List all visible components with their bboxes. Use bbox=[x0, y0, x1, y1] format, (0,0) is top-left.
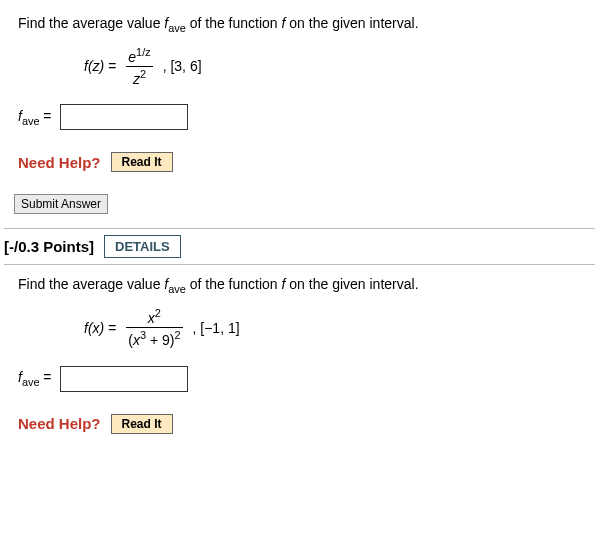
details-button[interactable]: DETAILS bbox=[104, 235, 181, 258]
q2-text: Find the average value bbox=[18, 276, 164, 292]
q2-post: of the function bbox=[186, 276, 282, 292]
q2-den-x: x bbox=[133, 332, 140, 348]
q1-fraction: e1/z z2 bbox=[122, 46, 156, 86]
q2-lhs: f(x) = bbox=[84, 320, 116, 336]
q1-help-row: Need Help? Read It bbox=[18, 152, 595, 172]
q2-prompt: Find the average value fave of the funct… bbox=[18, 275, 595, 297]
q2-help-row: Need Help? Read It bbox=[18, 414, 595, 434]
q1-interval: , [3, 6] bbox=[163, 58, 202, 74]
q2-header: [-/0.3 Points] DETAILS bbox=[4, 229, 595, 265]
points-label: [-/0.3 Points] bbox=[4, 238, 94, 255]
q1-post: of the function bbox=[186, 15, 282, 31]
q2-den-sq: 2 bbox=[174, 329, 180, 341]
need-help-label: Need Help? bbox=[18, 154, 101, 171]
q2-answer-row: fave = bbox=[18, 366, 595, 392]
q2-fraction: x2 (x3 + 9)2 bbox=[122, 307, 186, 347]
q2-answer-input[interactable] bbox=[60, 366, 188, 392]
q2-end: on the given interval. bbox=[285, 276, 418, 292]
q1-answer-label: fave = bbox=[18, 108, 52, 127]
q1-end: on the given interval. bbox=[285, 15, 418, 31]
read-it-button-2[interactable]: Read It bbox=[111, 414, 173, 434]
q1-lhs: f(z) = bbox=[84, 58, 116, 74]
q2-equation: f(x) = x2 (x3 + 9)2 , [−1, 1] bbox=[84, 307, 595, 347]
q1-ave: ave bbox=[168, 22, 186, 34]
q2-answer-label: fave = bbox=[18, 369, 52, 388]
q2-num-exp: 2 bbox=[155, 307, 161, 319]
submit-answer-button[interactable]: Submit Answer bbox=[14, 194, 108, 214]
q1-answer-input[interactable] bbox=[60, 104, 188, 130]
q1-den-base: z bbox=[133, 70, 140, 86]
q2-num-base: x bbox=[148, 310, 155, 326]
q1-num-exp: 1/z bbox=[136, 46, 151, 58]
q2-den-mid: + 9) bbox=[146, 332, 174, 348]
q1-text: Find the average value bbox=[18, 15, 164, 31]
q1-den-exp: 2 bbox=[140, 68, 146, 80]
read-it-button[interactable]: Read It bbox=[111, 152, 173, 172]
q1-num-base: e bbox=[128, 49, 136, 65]
q1-answer-row: fave = bbox=[18, 104, 595, 130]
q2-ave: ave bbox=[168, 283, 186, 295]
q2-interval: , [−1, 1] bbox=[193, 320, 240, 336]
need-help-label-2: Need Help? bbox=[18, 415, 101, 432]
q1-prompt: Find the average value fave of the funct… bbox=[18, 14, 595, 36]
q1-equation: f(z) = e1/z z2 , [3, 6] bbox=[84, 46, 595, 86]
